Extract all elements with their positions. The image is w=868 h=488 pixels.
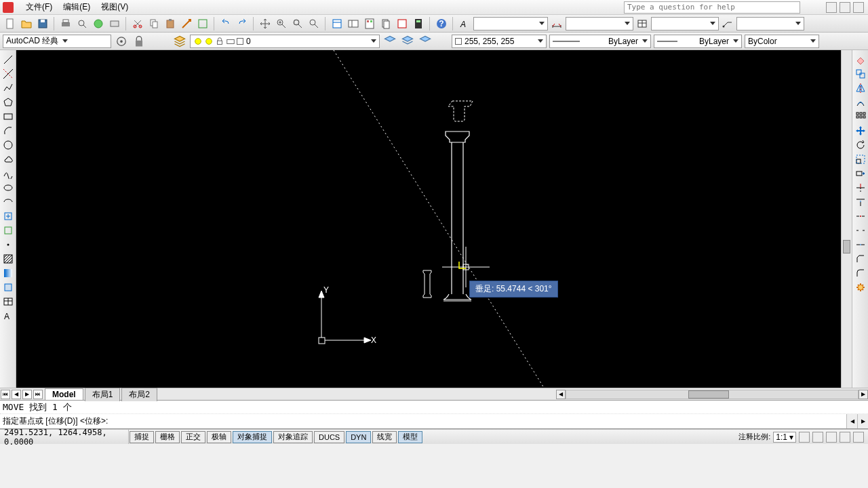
tab-layout2[interactable]: 布局2 (121, 388, 157, 401)
text-style-button[interactable]: A (457, 16, 472, 31)
block-editor-button[interactable] (195, 16, 210, 31)
properties-button[interactable] (330, 16, 344, 31)
mtext-tool[interactable]: A (1, 309, 15, 323)
chamfer-tool[interactable] (854, 252, 867, 266)
move-tool[interactable] (854, 124, 867, 138)
hatch-tool[interactable] (1, 252, 15, 266)
cmd-scroll-left[interactable]: ◀ (846, 414, 857, 428)
cmd-scroll-right[interactable]: ▶ (857, 414, 868, 428)
help-dropdown-icon[interactable] (853, 2, 864, 13)
table-tool[interactable] (1, 295, 15, 308)
tab-next-button[interactable]: ▶ (22, 390, 32, 399)
open-file-button[interactable] (19, 16, 34, 31)
layer-dropdown[interactable]: 0 (190, 35, 380, 48)
print-preview-button[interactable] (75, 16, 90, 31)
polyline-tool[interactable] (1, 81, 15, 95)
save-button[interactable] (35, 16, 50, 31)
osnap-toggle[interactable]: 对象捕捉 (233, 431, 272, 443)
layer-states-button[interactable] (400, 34, 415, 49)
rectangle-tool[interactable] (1, 110, 15, 123)
workspace-settings-button[interactable] (114, 34, 129, 49)
dim-style-button[interactable] (549, 16, 564, 31)
join-tool[interactable] (854, 238, 867, 251)
anno-scale-dropdown[interactable]: 1:1▾ (773, 432, 796, 443)
new-file-button[interactable] (3, 16, 18, 31)
workspace-dropdown[interactable]: AutoCAD 经典 (3, 35, 111, 48)
star-icon[interactable] (840, 2, 850, 13)
quickcalc-button[interactable] (411, 16, 426, 31)
region-tool[interactable] (1, 281, 15, 294)
construction-line-tool[interactable] (1, 67, 15, 81)
canvas-vertical-scrollbar[interactable] (841, 50, 852, 388)
circle-tool[interactable] (1, 138, 15, 152)
arc-tool[interactable] (1, 124, 15, 138)
dim-style-dropdown[interactable] (566, 17, 633, 30)
polar-toggle[interactable]: 极轴 (207, 431, 231, 443)
ellipse-arc-tool[interactable] (1, 195, 15, 209)
paste-button[interactable] (163, 16, 178, 31)
ducs-toggle[interactable]: DUCS (314, 431, 344, 443)
undo-button[interactable] (218, 16, 233, 31)
gradient-tool[interactable] (1, 266, 15, 280)
search-icon[interactable] (826, 2, 837, 13)
pan-button[interactable] (258, 16, 273, 31)
zoom-realtime-button[interactable] (274, 16, 289, 31)
array-tool[interactable] (854, 110, 867, 123)
sheet-set-button[interactable] (378, 16, 393, 31)
layer-match-button[interactable] (418, 34, 433, 49)
grid-toggle[interactable]: 栅格 (155, 431, 180, 443)
publish-button[interactable] (91, 16, 106, 31)
anno-visibility-icon[interactable] (799, 432, 810, 443)
lineweight-dropdown[interactable]: ByLayer (654, 35, 742, 48)
tab-first-button[interactable]: ⏮ (1, 390, 10, 399)
table-style-button[interactable] (635, 16, 650, 31)
tool-palettes-button[interactable] (362, 16, 377, 31)
ellipse-tool[interactable] (1, 181, 15, 195)
table-style-dropdown[interactable] (651, 17, 719, 30)
dyn-toggle[interactable]: DYN (346, 431, 371, 443)
tab-layout1[interactable]: 布局1 (85, 388, 121, 401)
explode-tool[interactable] (854, 281, 867, 294)
stretch-tool[interactable] (854, 167, 867, 180)
snap-toggle[interactable]: 捕捉 (130, 431, 154, 443)
menu-view[interactable]: 视图(V) (96, 0, 134, 14)
make-block-tool[interactable] (1, 224, 15, 237)
multileader-style-button[interactable] (720, 16, 735, 31)
tab-prev-button[interactable]: ◀ (12, 390, 21, 399)
canvas-horizontal-scrollbar[interactable]: ◀ ▶ (556, 388, 868, 400)
extend-tool[interactable] (854, 195, 867, 209)
tab-last-button[interactable]: ⏭ (33, 390, 43, 399)
tab-model[interactable]: Model (45, 388, 83, 400)
linetype-dropdown[interactable]: ByLayer (549, 35, 651, 48)
otrack-toggle[interactable]: 对象追踪 (273, 431, 313, 443)
design-center-button[interactable] (346, 16, 361, 31)
erase-tool[interactable] (854, 53, 867, 66)
status-tray-icon[interactable] (840, 432, 850, 443)
redo-button[interactable] (235, 16, 250, 31)
ortho-toggle[interactable]: 正交 (181, 431, 205, 443)
menu-edit[interactable]: 编辑(E) (58, 0, 96, 14)
copy-button[interactable] (146, 16, 161, 31)
point-tool[interactable] (1, 238, 15, 251)
print-button[interactable] (58, 16, 73, 31)
model-toggle[interactable]: 模型 (398, 431, 422, 443)
line-tool[interactable] (1, 53, 15, 66)
revision-cloud-tool[interactable] (1, 152, 15, 166)
markup-button[interactable] (395, 16, 410, 31)
help-button[interactable]: ? (434, 16, 449, 31)
offset-tool[interactable] (854, 96, 867, 109)
fillet-tool[interactable] (854, 266, 867, 280)
spline-tool[interactable] (1, 167, 15, 180)
layer-properties-button[interactable] (172, 34, 187, 49)
help-search-input[interactable] (624, 1, 800, 14)
anno-autoscale-icon[interactable] (812, 432, 823, 443)
drawing-canvas[interactable]: Y X (16, 50, 852, 388)
toolbar-lock-button[interactable] (132, 34, 146, 49)
color-dropdown[interactable]: 255, 255, 255 (452, 35, 547, 48)
cut-button[interactable] (130, 16, 145, 31)
copy-tool[interactable] (854, 67, 867, 81)
insert-block-tool[interactable] (1, 209, 15, 223)
polygon-tool[interactable] (1, 96, 15, 109)
zoom-window-button[interactable] (290, 16, 305, 31)
rotate-tool[interactable] (854, 138, 867, 152)
